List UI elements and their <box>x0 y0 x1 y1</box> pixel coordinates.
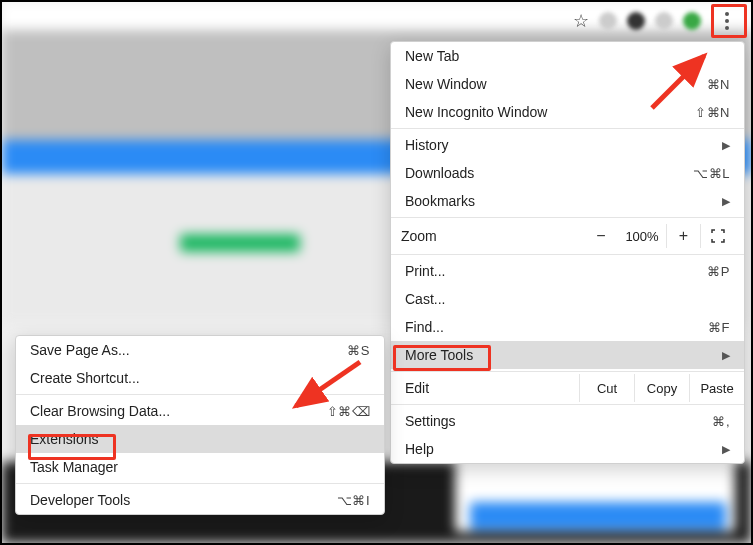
menu-zoom-row: Zoom − 100% + <box>391 220 744 252</box>
chevron-right-icon: ▶ <box>722 349 730 362</box>
menu-shortcut: ⌥⌘L <box>693 166 730 181</box>
menu-label: New Tab <box>405 48 459 64</box>
menu-cast[interactable]: Cast... <box>391 285 744 313</box>
extension-icon[interactable] <box>655 12 673 30</box>
annotation-arrow <box>642 48 722 118</box>
menu-label: Save Page As... <box>30 342 130 358</box>
edit-paste[interactable]: Paste <box>689 374 744 402</box>
menu-separator <box>391 371 744 372</box>
chevron-right-icon: ▶ <box>722 139 730 152</box>
bookmark-star-icon[interactable]: ☆ <box>573 10 589 32</box>
extension-icon[interactable] <box>599 12 617 30</box>
menu-label: Print... <box>405 263 445 279</box>
menu-label: New Window <box>405 76 487 92</box>
menu-label: Clear Browsing Data... <box>30 403 170 419</box>
menu-shortcut: ⌥⌘I <box>337 493 370 508</box>
svg-line-0 <box>652 56 704 108</box>
kebab-icon <box>725 12 729 30</box>
menu-button[interactable] <box>711 6 743 36</box>
menu-label: Help <box>405 441 434 457</box>
submenu-task-manager[interactable]: Task Manager <box>16 453 384 481</box>
menu-label: More Tools <box>405 347 473 363</box>
zoom-in-button[interactable]: + <box>666 224 700 248</box>
chevron-right-icon: ▶ <box>722 195 730 208</box>
menu-label: Find... <box>405 319 444 335</box>
menu-downloads[interactable]: Downloads ⌥⌘L <box>391 159 744 187</box>
menu-settings[interactable]: Settings ⌘, <box>391 407 744 435</box>
browser-toolbar-icons: ☆ <box>573 6 743 36</box>
menu-label: Downloads <box>405 165 474 181</box>
menu-label: Edit <box>391 380 579 396</box>
menu-shortcut: ⌘F <box>708 320 730 335</box>
menu-help[interactable]: Help ▶ <box>391 435 744 463</box>
fullscreen-button[interactable] <box>700 224 734 248</box>
chevron-right-icon: ▶ <box>722 443 730 456</box>
menu-history[interactable]: History ▶ <box>391 131 744 159</box>
menu-label: Cast... <box>405 291 445 307</box>
menu-separator <box>391 128 744 129</box>
extension-icon[interactable] <box>683 12 701 30</box>
menu-find[interactable]: Find... ⌘F <box>391 313 744 341</box>
menu-separator <box>391 254 744 255</box>
submenu-dev-tools[interactable]: Developer Tools ⌥⌘I <box>16 486 384 514</box>
menu-label: Settings <box>405 413 456 429</box>
zoom-out-button[interactable]: − <box>584 224 618 248</box>
edit-cut[interactable]: Cut <box>579 374 634 402</box>
menu-bookmarks[interactable]: Bookmarks ▶ <box>391 187 744 215</box>
fullscreen-icon <box>711 229 725 243</box>
svg-line-1 <box>296 362 360 406</box>
annotation-arrow <box>282 352 372 422</box>
menu-separator <box>16 483 384 484</box>
menu-label: Extensions <box>30 431 98 447</box>
zoom-percent: 100% <box>618 229 666 244</box>
menu-separator <box>391 404 744 405</box>
menu-separator <box>391 217 744 218</box>
menu-label: History <box>405 137 449 153</box>
menu-edit-row: Edit Cut Copy Paste <box>391 374 744 402</box>
extension-icon[interactable] <box>627 12 645 30</box>
menu-shortcut: ⌘P <box>707 264 730 279</box>
submenu-extensions[interactable]: Extensions <box>16 425 384 453</box>
menu-label: Developer Tools <box>30 492 130 508</box>
menu-more-tools[interactable]: More Tools ▶ <box>391 341 744 369</box>
menu-shortcut: ⌘, <box>712 414 730 429</box>
menu-label: Zoom <box>401 228 584 244</box>
menu-label: Task Manager <box>30 459 118 475</box>
menu-print[interactable]: Print... ⌘P <box>391 257 744 285</box>
menu-label: New Incognito Window <box>405 104 547 120</box>
edit-copy[interactable]: Copy <box>634 374 689 402</box>
menu-label: Bookmarks <box>405 193 475 209</box>
menu-label: Create Shortcut... <box>30 370 140 386</box>
